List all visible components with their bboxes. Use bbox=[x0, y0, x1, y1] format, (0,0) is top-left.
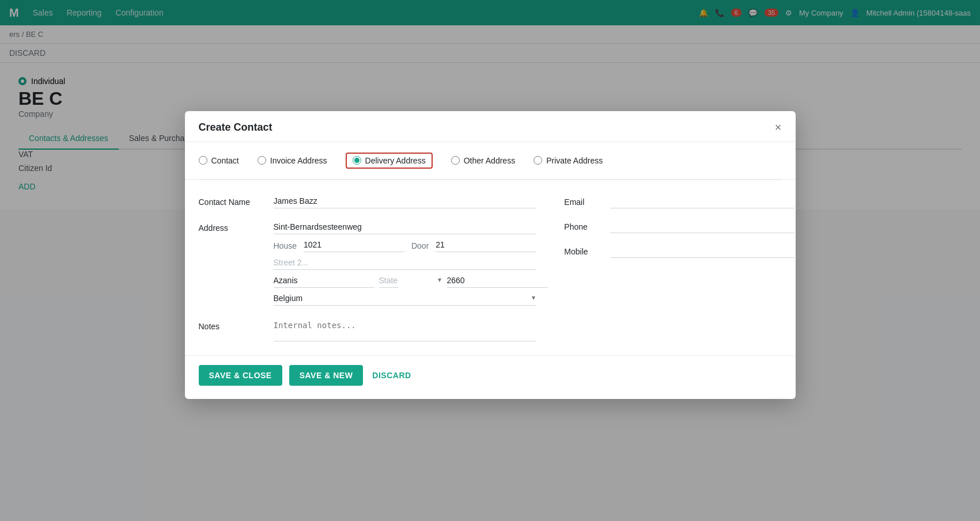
address-row: Address House Door State bbox=[199, 220, 537, 309]
door-label: Door bbox=[411, 238, 429, 252]
radio-delivery-label: Delivery Address bbox=[365, 156, 426, 165]
save-new-button[interactable]: SAVE & NEW bbox=[289, 365, 364, 386]
radio-private[interactable]: Private Address bbox=[533, 156, 603, 165]
contact-name-fields bbox=[274, 194, 537, 212]
address-fields: House Door State bbox=[274, 220, 537, 309]
email-row: Email bbox=[564, 194, 794, 208]
form-right: Email Phone Mobile bbox=[564, 194, 794, 341]
state-wrapper: State bbox=[379, 273, 442, 288]
radio-delivery[interactable]: Delivery Address bbox=[346, 153, 433, 169]
city-input[interactable] bbox=[274, 273, 374, 288]
contact-name-label: Contact Name bbox=[199, 194, 274, 207]
address-label: Address bbox=[199, 220, 274, 233]
email-input[interactable] bbox=[610, 194, 794, 208]
radio-other-label: Other Address bbox=[464, 156, 516, 165]
modal-title: Create Contact bbox=[199, 121, 273, 134]
radio-private-label: Private Address bbox=[546, 156, 603, 165]
door-input[interactable] bbox=[436, 238, 536, 252]
modal-close-button[interactable]: × bbox=[775, 121, 782, 133]
radio-other-input[interactable] bbox=[451, 156, 460, 165]
country-wrapper: Belgium bbox=[274, 291, 537, 306]
radio-invoice-label: Invoice Address bbox=[270, 156, 327, 165]
create-contact-modal: Create Contact × Contact Invoice Address… bbox=[185, 111, 796, 399]
street-input[interactable] bbox=[274, 220, 537, 234]
house-input[interactable] bbox=[304, 238, 404, 252]
radio-other[interactable]: Other Address bbox=[451, 156, 516, 165]
notes-label: Notes bbox=[199, 318, 274, 331]
modal-body: Contact Name Address House Door bbox=[185, 180, 796, 355]
mobile-input[interactable] bbox=[610, 244, 794, 258]
discard-modal-button[interactable]: DISCARD bbox=[370, 365, 413, 386]
radio-contact[interactable]: Contact bbox=[199, 156, 239, 165]
zip-input[interactable] bbox=[447, 273, 548, 288]
radio-contact-label: Contact bbox=[211, 156, 239, 165]
state-select[interactable]: State bbox=[379, 273, 398, 288]
city-state-zip-row: State bbox=[274, 273, 537, 288]
radio-invoice[interactable]: Invoice Address bbox=[258, 156, 327, 165]
street2-input[interactable] bbox=[274, 256, 537, 270]
radio-delivery-input[interactable] bbox=[353, 156, 361, 165]
form-left: Contact Name Address House Door bbox=[199, 194, 537, 341]
contact-name-row: Contact Name bbox=[199, 194, 537, 212]
radio-contact-input[interactable] bbox=[199, 156, 207, 165]
house-label: House bbox=[274, 238, 297, 252]
mobile-row: Mobile bbox=[564, 244, 794, 258]
phone-row: Phone bbox=[564, 219, 794, 233]
radio-invoice-input[interactable] bbox=[258, 156, 266, 165]
save-close-button[interactable]: SAVE & CLOSE bbox=[199, 365, 282, 386]
contact-name-input[interactable] bbox=[274, 194, 537, 208]
modal-header: Create Contact × bbox=[185, 111, 796, 142]
phone-label: Phone bbox=[564, 219, 610, 231]
notes-input[interactable] bbox=[274, 318, 537, 341]
modal-footer: SAVE & CLOSE SAVE & NEW DISCARD bbox=[185, 355, 796, 395]
email-label: Email bbox=[564, 194, 610, 207]
house-door-row: House Door bbox=[274, 238, 537, 252]
radio-private-input[interactable] bbox=[533, 156, 542, 165]
address-type-radio-group: Contact Invoice Address Delivery Address… bbox=[185, 142, 796, 180]
notes-row: Notes bbox=[199, 318, 537, 341]
phone-input[interactable] bbox=[610, 219, 794, 233]
country-select[interactable]: Belgium bbox=[274, 291, 537, 306]
mobile-label: Mobile bbox=[564, 244, 610, 256]
